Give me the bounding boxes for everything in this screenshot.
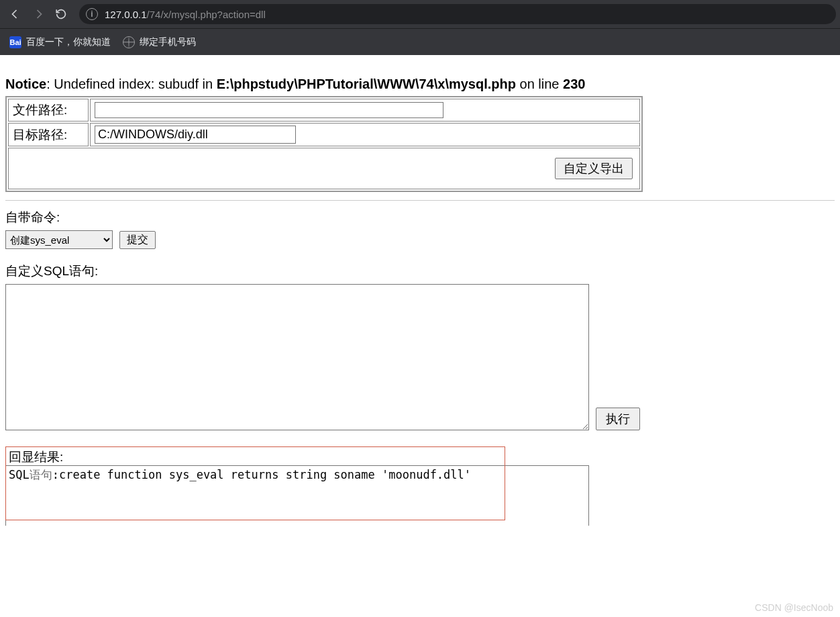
builtin-cmd-select[interactable]: 创建sys_eval bbox=[5, 230, 113, 249]
table-row: 目标路径: bbox=[8, 123, 640, 146]
table-row: 自定义导出 bbox=[8, 148, 640, 189]
execute-button[interactable]: 执行 bbox=[596, 408, 640, 430]
result-title: 回显结果: bbox=[9, 448, 502, 466]
page-content: Notice: Undefined index: subudf in E:\ph… bbox=[0, 55, 840, 526]
submit-button[interactable]: 提交 bbox=[119, 231, 156, 249]
bookmark-label: 百度一下，你就知道 bbox=[26, 36, 111, 48]
baidu-icon: Bai bbox=[9, 36, 21, 48]
site-info-icon[interactable]: i bbox=[86, 8, 98, 20]
bookmark-baidu[interactable]: Bai 百度一下，你就知道 bbox=[9, 36, 111, 48]
sql-textarea[interactable] bbox=[5, 284, 589, 430]
builtin-cmd-label: 自带命令: bbox=[5, 209, 835, 226]
result-sql-line: SQL语句:create function sys_eval returns s… bbox=[9, 467, 502, 483]
divider bbox=[5, 200, 835, 201]
custom-export-button[interactable]: 自定义导出 bbox=[555, 158, 633, 179]
file-path-label: 文件路径: bbox=[8, 99, 89, 122]
reload-button[interactable] bbox=[50, 3, 72, 26]
sql-row: 执行 bbox=[5, 284, 835, 430]
custom-sql-label: 自定义SQL语句: bbox=[5, 263, 835, 280]
url-path: /74/x/mysql.php?action=dll bbox=[147, 9, 266, 20]
forward-button[interactable] bbox=[27, 3, 50, 26]
builtin-cmd-row: 创建sys_eval 提交 bbox=[5, 230, 835, 249]
file-path-input[interactable] bbox=[95, 102, 443, 118]
nav-bar: i 127.0.0.1/74/x/mysql.php?action=dll bbox=[0, 0, 840, 28]
target-path-label: 目标路径: bbox=[8, 123, 89, 146]
url-host: 127.0.0.1 bbox=[105, 9, 147, 20]
php-notice: Notice: Undefined index: subudf in E:\ph… bbox=[5, 77, 835, 92]
export-form-table: 文件路径: 目标路径: 自定义导出 bbox=[5, 96, 643, 192]
table-row: 文件路径: bbox=[8, 99, 640, 122]
bookmark-bind-phone[interactable]: 绑定手机号码 bbox=[123, 36, 196, 48]
bookmarks-bar: Bai 百度一下，你就知道 绑定手机号码 bbox=[0, 28, 840, 55]
back-button[interactable] bbox=[4, 3, 27, 26]
address-bar[interactable]: i 127.0.0.1/74/x/mysql.php?action=dll bbox=[79, 4, 836, 24]
result-section: 回显结果: SQL语句:create function sys_eval ret… bbox=[5, 446, 835, 520]
bookmark-label: 绑定手机号码 bbox=[140, 36, 196, 48]
globe-icon bbox=[123, 36, 135, 48]
target-path-input[interactable] bbox=[95, 126, 296, 144]
result-red-box: 回显结果: SQL语句:create function sys_eval ret… bbox=[5, 446, 505, 520]
browser-chrome: i 127.0.0.1/74/x/mysql.php?action=dll Ba… bbox=[0, 0, 840, 55]
